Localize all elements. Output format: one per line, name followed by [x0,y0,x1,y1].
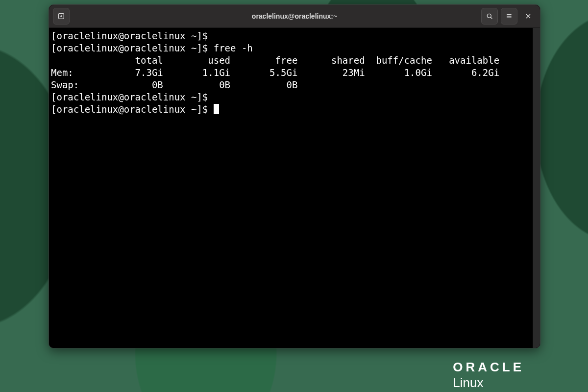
scrollbar[interactable] [533,28,540,348]
svg-point-3 [487,14,491,18]
hamburger-icon [505,12,513,20]
close-button[interactable] [520,8,536,24]
terminal-line: Swap: 0B 0B 0B [51,79,297,90]
terminal-line: total used free shared buff/cache availa… [51,55,499,66]
search-button[interactable] [481,8,498,24]
terminal-line: [oraclelinux@oraclelinux ~]$ [51,92,214,102]
new-tab-icon [57,12,65,20]
terminal-window: oraclelinux@oraclelinux:~ [49,4,540,348]
brand-line2: Linux [453,376,483,389]
window-title: oraclelinux@oraclelinux:~ [49,12,540,20]
terminal-prompt-current: [oraclelinux@oraclelinux ~]$ [51,104,214,115]
brand-line1: ORACLE [453,361,524,373]
terminal-line: Mem: 7.3Gi 1.1Gi 5.5Gi 23Mi 1.0Gi 6.2Gi [51,67,499,78]
cursor [214,104,219,114]
terminal-line: [oraclelinux@oraclelinux ~]$ free -h [51,43,253,53]
search-icon [486,12,493,20]
desktop-wallpaper: oraclelinux@oraclelinux:~ [0,0,588,392]
terminal-line: [oraclelinux@oraclelinux ~]$ [51,30,214,41]
close-icon [524,12,532,20]
new-tab-button[interactable] [53,8,70,24]
terminal-body[interactable]: [oraclelinux@oraclelinux ~]$ [oraclelinu… [49,28,540,348]
oracle-linux-logo: ORACLE Linux [453,361,524,389]
terminal-text[interactable]: [oraclelinux@oraclelinux ~]$ [oraclelinu… [49,28,533,348]
svg-line-4 [490,17,492,19]
menu-button[interactable] [501,8,517,24]
titlebar: oraclelinux@oraclelinux:~ [49,5,540,28]
